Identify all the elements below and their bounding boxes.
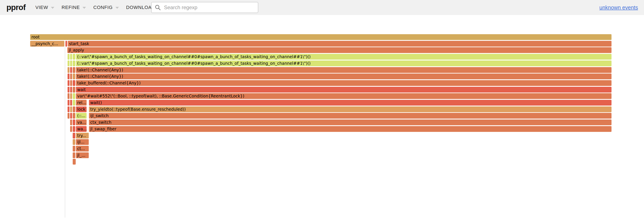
- flame-frame[interactable]: [73, 133, 75, 138]
- flame-frame[interactable]: (::var\"#spawn_a_bunch_of_tasks_waiting_…: [76, 54, 612, 60]
- flame-frame[interactable]: __psynch_c...: [30, 41, 64, 46]
- flame-frame[interactable]: [70, 106, 72, 112]
- flame-frame[interactable]: (::var\"#spawn_a_bunch_of_tasks_waiting_…: [76, 60, 612, 66]
- flame-frame[interactable]: try...: [76, 133, 89, 138]
- flame-frame[interactable]: take_buffered(::Channel{Any}): [76, 80, 612, 86]
- flame-frame[interactable]: (::...: [76, 113, 86, 118]
- flame-frame[interactable]: [73, 139, 75, 145]
- flame-frame[interactable]: try_yieldto(::typeof(Base.ensure_resched…: [89, 106, 612, 112]
- flame-frame[interactable]: [68, 87, 70, 92]
- flame-frame[interactable]: [70, 93, 72, 99]
- flame-frame[interactable]: [73, 74, 75, 79]
- flame-frame[interactable]: [73, 100, 75, 106]
- flame-frame[interactable]: [73, 87, 75, 92]
- flame-frame[interactable]: [68, 100, 70, 106]
- flame-frame[interactable]: jl_apply: [67, 47, 612, 53]
- flame-frame[interactable]: [73, 146, 75, 152]
- flame-frame[interactable]: jl_swap_fiber: [89, 126, 612, 132]
- flame-frame[interactable]: [70, 74, 72, 79]
- flame-frame[interactable]: wa...: [76, 126, 86, 132]
- flame-frame[interactable]: wait: [76, 87, 612, 92]
- flame-frame[interactable]: [68, 93, 70, 99]
- flame-frame[interactable]: [70, 100, 72, 106]
- flame-frame[interactable]: [68, 67, 70, 73]
- flamegraph: root__psynch_c...start_taskjl_apply(::va…: [0, 0, 644, 218]
- flame-frame[interactable]: [70, 113, 72, 118]
- flame-frame[interactable]: [70, 67, 72, 73]
- flame-frame[interactable]: [68, 106, 70, 112]
- flame-frame[interactable]: va...: [76, 120, 86, 125]
- flame-frame[interactable]: ijl...: [76, 139, 89, 145]
- flame-frame[interactable]: ctx_switch: [89, 120, 612, 125]
- flame-frame[interactable]: [73, 106, 75, 112]
- flame-frame[interactable]: [73, 93, 75, 99]
- flame-frame[interactable]: [66, 41, 67, 46]
- flame-frame[interactable]: [70, 54, 72, 60]
- flame-frame[interactable]: [73, 60, 75, 66]
- flame-frame[interactable]: [68, 54, 70, 60]
- flame-frame[interactable]: [70, 60, 72, 66]
- flame-frame[interactable]: [70, 120, 72, 125]
- flame-frame[interactable]: [68, 113, 70, 118]
- flame-frame[interactable]: [73, 152, 75, 158]
- flame-frame[interactable]: [73, 80, 75, 86]
- flame-frame[interactable]: [73, 113, 75, 118]
- flame-frame[interactable]: take!(::Channel{Any}): [76, 67, 612, 73]
- flame-frame[interactable]: take!(::Channel{Any}): [76, 74, 612, 79]
- flame-frame[interactable]: rel...: [76, 100, 86, 106]
- flame-frame[interactable]: [70, 87, 72, 92]
- flame-frame[interactable]: lock: [76, 106, 86, 112]
- flame-frame[interactable]: root: [30, 34, 612, 40]
- flame-frame[interactable]: [68, 80, 70, 86]
- flame-frame[interactable]: [73, 159, 76, 164]
- flame-frame[interactable]: ijl_switch: [89, 113, 612, 118]
- flame-frame[interactable]: [73, 120, 75, 125]
- flame-frame[interactable]: [68, 74, 70, 79]
- flame-frame[interactable]: ct...: [76, 146, 89, 152]
- vertical-guide-line: [65, 46, 65, 218]
- flame-frame[interactable]: wait(): [89, 100, 612, 106]
- flame-frame[interactable]: [73, 54, 75, 60]
- flame-frame[interactable]: [70, 80, 72, 86]
- flame-frame[interactable]: [68, 60, 70, 66]
- flame-frame[interactable]: [73, 126, 75, 132]
- flame-frame[interactable]: jl_...: [76, 152, 89, 158]
- flame-frame[interactable]: [70, 126, 72, 132]
- flame-frame[interactable]: var\"#wait#552\"(::Bool, ::typeof(wait),…: [76, 93, 612, 99]
- flame-frame[interactable]: [73, 67, 75, 73]
- flame-frame[interactable]: start_task: [68, 41, 612, 46]
